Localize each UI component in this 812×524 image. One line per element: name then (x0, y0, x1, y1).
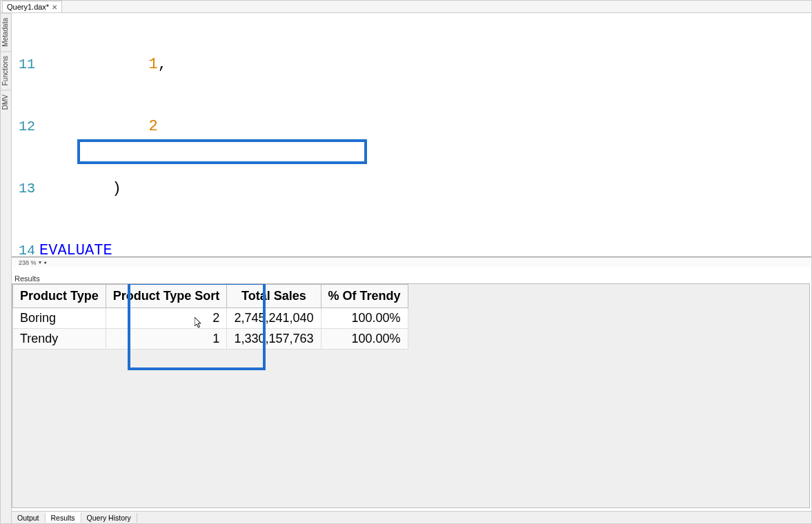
code-editor[interactable]: 11 1, 12 2 13 ) 14EVALUATE 15SUMMARIZECO… (12, 13, 811, 257)
line-number: 12 (12, 117, 39, 137)
bottom-tabstrip: Output Results Query History (12, 511, 811, 523)
dax-studio-window: Query1.dax* ✕ Metadata Functions DMV 11 … (0, 0, 812, 524)
line-number: 11 (12, 54, 39, 75)
col-pct-of-trendy[interactable]: % Of Trendy (321, 285, 408, 308)
bottomtab-output[interactable]: Output (12, 513, 46, 523)
col-product-type-sort[interactable]: Product Type Sort (106, 285, 227, 308)
close-icon[interactable]: ✕ (52, 3, 57, 11)
editor-zoom-bar: 238 % ▾ ◂ (12, 257, 811, 267)
cell: 1 (106, 329, 227, 350)
col-product-type[interactable]: Product Type (13, 285, 106, 308)
bottomtab-results[interactable]: Results (46, 512, 81, 523)
scroll-left-icon[interactable]: ◂ (43, 259, 46, 265)
results-pane[interactable]: Product Type Product Type Sort Total Sal… (12, 283, 810, 508)
line-number: 14 (12, 241, 39, 257)
side-tool-tabs: Metadata Functions DMV (1, 13, 12, 523)
zoom-level[interactable]: 238 % (19, 259, 37, 266)
zoom-dropdown-icon[interactable]: ▾ (39, 259, 41, 265)
results-panel-label: Results (12, 274, 43, 283)
results-grid: Product Type Product Type Sort Total Sal… (12, 284, 408, 350)
line-number: 13 (12, 179, 39, 199)
sidetab-dmv[interactable]: DMV (1, 90, 11, 114)
grid-row[interactable]: Trendy 1 1,330,157,763 100.00% (13, 329, 408, 350)
bottomtab-query-history[interactable]: Query History (81, 513, 137, 523)
sidetab-metadata[interactable]: Metadata (1, 13, 11, 51)
sidetab-functions[interactable]: Functions (1, 51, 11, 90)
document-tabstrip: Query1.dax* ✕ (1, 1, 811, 13)
grid-row[interactable]: Boring 2 2,745,241,040 100.00% (13, 308, 408, 329)
col-total-sales[interactable]: Total Sales (227, 285, 321, 308)
cell: 2 (106, 308, 227, 329)
cell: 100.00% (321, 329, 408, 350)
document-tab-title: Query1.dax* (7, 3, 49, 11)
cell: 100.00% (321, 308, 408, 329)
cell: Boring (13, 308, 106, 329)
document-tab-query1[interactable]: Query1.dax* ✕ (2, 1, 62, 12)
cell: 1,330,157,763 (227, 329, 321, 350)
grid-header-row: Product Type Product Type Sort Total Sal… (13, 285, 408, 308)
cell: 2,745,241,040 (227, 308, 321, 329)
cell: Trendy (13, 329, 106, 350)
